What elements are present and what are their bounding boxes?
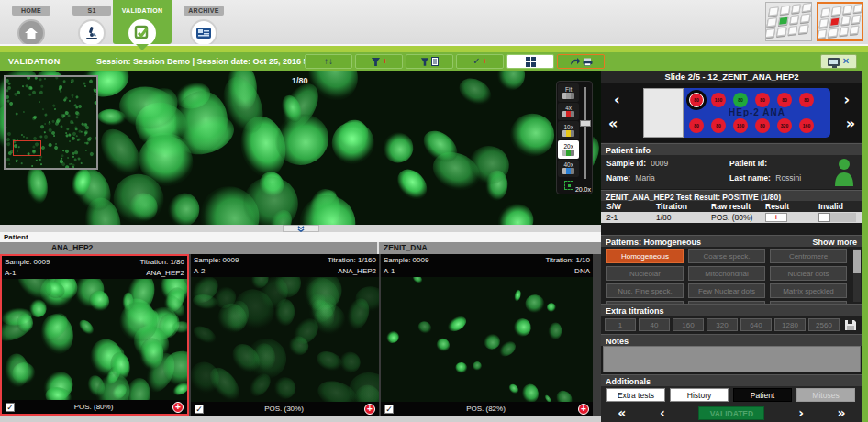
save-icon[interactable]: [844, 318, 857, 335]
titration-40-button[interactable]: 40: [639, 318, 670, 331]
sort-button[interactable]: ↑↓: [305, 54, 352, 69]
collapse-thumbnails-button[interactable]: [283, 225, 319, 232]
last-slide-button[interactable]: »: [846, 115, 855, 132]
zoom-4x-button[interactable]: 4x: [558, 103, 579, 121]
notes-input[interactable]: [603, 346, 861, 372]
slide-well[interactable]: 80: [777, 93, 792, 107]
last-sample-button[interactable]: »: [838, 406, 846, 419]
show-more-button[interactable]: Show more: [812, 238, 857, 247]
slide-well[interactable]: 320: [777, 118, 792, 133]
next-sample-button[interactable]: ›: [798, 406, 804, 419]
grid-view-button[interactable]: [506, 54, 554, 69]
slide-well[interactable]: 160: [799, 118, 814, 133]
pattern-nuc-fine-speck-button[interactable]: Nuc. Fine speck.: [606, 283, 684, 298]
slide-well[interactable]: 160: [733, 118, 748, 133]
filter-add-button[interactable]: +: [355, 54, 403, 69]
add-titration-icon[interactable]: +: [578, 404, 589, 415]
thumbnail-checkbox[interactable]: ✓: [384, 405, 394, 414]
pattern-homogeneous-button[interactable]: Homogeneous: [606, 249, 684, 263]
prev-slide-button[interactable]: ‹: [614, 91, 620, 108]
extra-tests-button[interactable]: Extra tests: [606, 388, 665, 402]
prev-sample-button[interactable]: ‹: [660, 406, 665, 419]
slide-well[interactable]: 80: [755, 118, 770, 133]
zoom-20x-button[interactable]: 20x: [558, 140, 579, 159]
slide-well[interactable]: 80: [799, 93, 814, 107]
col-raw-result: Raw result: [711, 202, 751, 211]
reject-keyboard-button[interactable]: [817, 2, 863, 41]
slide-well[interactable]: 80: [689, 93, 704, 107]
slide-well[interactable]: 80: [689, 118, 704, 133]
history-button[interactable]: History: [670, 388, 729, 402]
close-session-button[interactable]: ✕: [820, 54, 857, 69]
collapse-bar: [0, 225, 601, 232]
zoom-slider[interactable]: [579, 83, 591, 192]
titration-320-button[interactable]: 320: [707, 318, 738, 331]
pattern-coarse-speck-button[interactable]: Coarse speck.: [688, 249, 765, 263]
first-slide-button[interactable]: «: [608, 115, 618, 132]
thumbnail-ana-hep2-1-80[interactable]: Sample: 0009Titration: 1/80 A-1ANA_HEP2 …: [0, 254, 189, 416]
tab-home-label: HOME: [12, 6, 50, 16]
minimap-viewport-rect[interactable]: [13, 140, 41, 156]
zoom-40x-label: 40x: [563, 161, 573, 168]
pattern-few-nuclear-dots-button[interactable]: Few Nuclear dots: [688, 283, 765, 298]
thumbnail-checkbox[interactable]: ✓: [195, 405, 204, 414]
objective-red-icon: [562, 111, 574, 117]
thumbnail-zenit-dna-1-10[interactable]: Sample: 0009Titration: 1/10 A-1DNA ✓ POS…: [381, 254, 593, 416]
slide-well[interactable]: 80: [733, 93, 748, 107]
zoom-40x-button[interactable]: 40x: [558, 160, 579, 178]
invalid-checkbox[interactable]: [818, 213, 830, 222]
zoom-slider-handle[interactable]: [580, 120, 591, 127]
thumbnail-ana-hep2-1-160[interactable]: Sample: 0009Titration: 1/160 A-2ANA_HEP2…: [191, 254, 379, 416]
patient-button[interactable]: Patient: [733, 388, 792, 402]
titration-160-button[interactable]: 160: [673, 318, 704, 331]
grid-icon: [526, 57, 536, 67]
well-label: A-1: [384, 266, 395, 277]
tab-validation[interactable]: VALIDATION: [113, 0, 172, 44]
titration-1280-button[interactable]: 1280: [774, 318, 806, 331]
patient-person-icon[interactable]: [833, 158, 855, 188]
filter-document-button[interactable]: [406, 54, 453, 69]
green-strip: [0, 46, 868, 52]
result-table-row[interactable]: 2-1 1/80 POS. (80%) +: [601, 212, 862, 223]
zoom-20x-label: 20x: [563, 143, 573, 150]
zoom-10x-button[interactable]: 10x: [558, 121, 579, 139]
main-toolbar: VALIDATION Session: Session Demo | Sessi…: [0, 52, 868, 71]
overview-minimap[interactable]: [4, 75, 98, 170]
thumbnail-checkbox[interactable]: ✓: [6, 403, 15, 412]
main-fluorescence-viewer[interactable]: 1/80 Fit 4x 10x 20x: [0, 71, 601, 225]
thumbnail-image: [2, 279, 187, 400]
first-sample-button[interactable]: «: [618, 406, 626, 419]
pattern-nucleolar-button[interactable]: Nucleolar: [606, 266, 684, 281]
next-slide-button[interactable]: ›: [843, 91, 850, 108]
sample-id-label: Sample Id:: [606, 159, 646, 168]
zoom-fit-button[interactable]: Fit: [558, 83, 579, 102]
patterns-scrollbar[interactable]: [853, 249, 861, 302]
titration-2560-button[interactable]: 2560: [808, 318, 840, 331]
pattern-mitochondrial-button[interactable]: Mitochondrial: [688, 266, 765, 281]
tab-home[interactable]: HOME: [2, 0, 61, 44]
validation-check-icon: [128, 19, 156, 47]
extra-titrations-header: Extra titrations: [601, 304, 862, 316]
validate-keyboard-button[interactable]: [765, 2, 812, 41]
export-print-button[interactable]: [557, 54, 605, 69]
add-titration-icon[interactable]: +: [172, 402, 184, 413]
pattern-centromere-button[interactable]: Centromere: [770, 249, 847, 263]
titration-1-button[interactable]: 1: [605, 318, 636, 331]
add-titration-icon[interactable]: +: [364, 404, 375, 415]
validate-add-button[interactable]: ✓ +: [456, 54, 504, 69]
funnel-icon: [420, 57, 429, 67]
scrollbar-thumb[interactable]: [853, 250, 861, 273]
pattern-nuclear-dots-button[interactable]: Nuclear dots: [770, 266, 847, 281]
validated-status-button[interactable]: VALIDATED: [698, 406, 764, 420]
mitoses-button[interactable]: Mitoses: [796, 388, 855, 402]
titration-640-button[interactable]: 640: [740, 318, 772, 331]
slide-well[interactable]: 160: [711, 93, 726, 107]
plus-icon: +: [483, 58, 487, 66]
tab-archive[interactable]: ARCHIVE: [174, 0, 233, 44]
patient-info-body: Sample Id: 0009 Patient Id: Name: Maria …: [601, 155, 862, 189]
thumbnail-header: Sample: 0009Titration: 1/160 A-2ANA_HEP2: [191, 254, 379, 277]
result-positive-button[interactable]: +: [765, 213, 787, 222]
slide-well[interactable]: 80: [711, 118, 726, 133]
slide-well[interactable]: 80: [755, 93, 770, 107]
pattern-matrix-speckled-button[interactable]: Matrix speckled: [770, 283, 847, 298]
